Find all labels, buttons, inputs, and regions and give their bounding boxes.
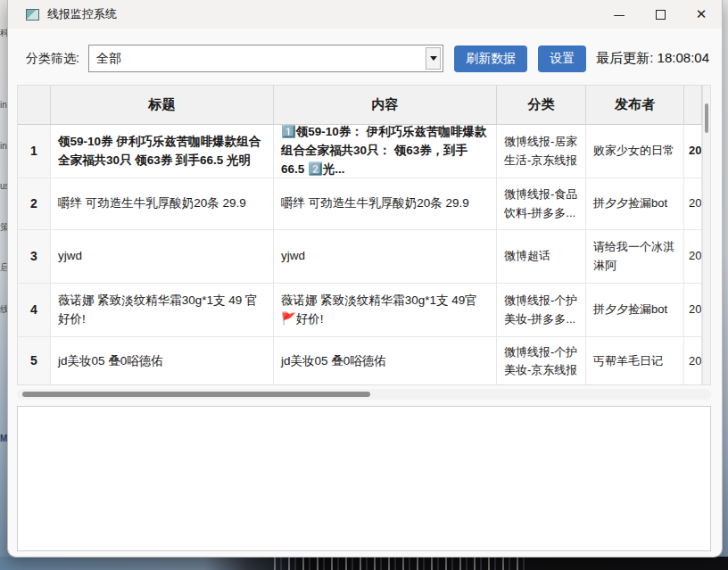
window-title: 线报监控系统	[47, 6, 117, 22]
cell-title[interactable]: 薇诺娜 紧致淡纹精华霜30g*1支 49 官好价!	[51, 284, 274, 337]
cell-date[interactable]: 202	[684, 178, 702, 230]
cell-content[interactable]: 1️⃣领59-10券： 伊利巧乐兹苦咖啡爆款组合全家福共30只： 领63券，到手…	[274, 125, 497, 178]
table-row[interactable]: 3 yjwd yjwd 微博超话 请给我一个冰淇淋阿 202	[18, 230, 702, 284]
desktop-wallpaper-strip	[0, 557, 728, 570]
cell-title[interactable]: yjwd	[51, 230, 274, 284]
app-window: 线报监控系统 — ✕ 分类筛选: 全部 刷新数据 设置 最后更新: 18:08:…	[7, 0, 723, 558]
cell-date[interactable]: 202	[684, 337, 702, 385]
vertical-scrollbar[interactable]	[702, 86, 710, 384]
column-header-date[interactable]	[684, 86, 702, 125]
minimize-button[interactable]: —	[599, 0, 640, 29]
cell-title[interactable]: 领59-10券 伊利巧乐兹苦咖啡爆款组合全家福共30只 领63券 到手66.5 …	[51, 125, 274, 178]
maximize-icon	[656, 10, 666, 20]
table-row[interactable]: 1 领59-10券 伊利巧乐兹苦咖啡爆款组合全家福共30只 领63券 到手66.…	[18, 125, 702, 178]
row-number: 5	[18, 337, 51, 385]
row-number: 4	[18, 284, 51, 337]
table-grid: 标题 内容 分类 发布者 1 领59-10券 伊利巧乐兹苦咖啡爆款组合全家福共3…	[18, 86, 702, 385]
cell-date[interactable]: 202	[684, 284, 702, 337]
cell-category[interactable]: 微博线报-个护美妆-京东线报	[497, 337, 586, 385]
cell-title[interactable]: 嚼绊 可劲造生牛乳厚酸奶20条 29.9	[51, 178, 274, 230]
row-number: 3	[18, 230, 51, 284]
close-icon: ✕	[696, 6, 707, 22]
toolbar: 分类筛选: 全部 刷新数据 设置 最后更新: 18:08:04	[26, 44, 709, 73]
category-filter-dropdown[interactable]: 全部	[88, 45, 443, 72]
minimize-icon: —	[614, 8, 625, 21]
cell-date[interactable]: 202	[684, 125, 702, 178]
maximize-button[interactable]	[640, 0, 681, 29]
table-row[interactable]: 5 jd美妆05 叠0唂德佑 jd美妆05 叠0唂德佑 微博线报-个护美妆-京东…	[18, 337, 702, 385]
column-header-content[interactable]: 内容	[274, 86, 497, 125]
cell-date[interactable]: 202	[684, 230, 702, 284]
chevron-down-icon[interactable]	[426, 47, 441, 70]
cell-content[interactable]: jd美妆05 叠0唂德佑	[274, 337, 497, 385]
horizontal-scrollbar-thumb[interactable]	[22, 392, 370, 397]
app-icon	[26, 9, 39, 21]
detail-panel[interactable]	[17, 406, 711, 551]
category-filter-label: 分类筛选:	[26, 51, 79, 67]
cell-content[interactable]: yjwd	[274, 230, 497, 284]
cell-publisher[interactable]: 请给我一个冰淇淋阿	[586, 230, 684, 284]
cell-category[interactable]: 微博线报-个护美妆-拼多多...	[497, 284, 586, 337]
column-header-number[interactable]	[18, 86, 51, 125]
table-row[interactable]: 2 嚼绊 可劲造生牛乳厚酸奶20条 29.9 嚼绊 可劲造生牛乳厚酸奶20条 2…	[18, 178, 702, 230]
category-filter-value: 全部	[89, 51, 121, 67]
wallpaper-texture	[268, 557, 526, 570]
title-bar: 线报监控系统 — ✕	[8, 0, 722, 29]
results-table: 标题 内容 分类 发布者 1 领59-10券 伊利巧乐兹苦咖啡爆款组合全家福共3…	[17, 85, 711, 385]
horizontal-scrollbar[interactable]	[17, 389, 711, 400]
refresh-data-button[interactable]: 刷新数据	[454, 45, 527, 72]
cell-category[interactable]: 微博超话	[497, 230, 586, 284]
table-header-row: 标题 内容 分类 发布者	[18, 86, 702, 125]
cell-publisher[interactable]: 拼夕夕捡漏bot	[586, 284, 684, 337]
close-button[interactable]: ✕	[681, 0, 722, 29]
cell-publisher[interactable]: 拼夕夕捡漏bot	[586, 178, 684, 230]
cell-content[interactable]: 嚼绊 可劲造生牛乳厚酸奶20条 29.9	[274, 178, 497, 230]
column-header-publisher[interactable]: 发布者	[586, 86, 684, 125]
last-update-time: 最后更新: 18:08:04	[596, 50, 709, 67]
row-number: 2	[18, 178, 51, 230]
window-controls: — ✕	[599, 0, 722, 29]
cell-category[interactable]: 微博线报-食品饮料-拼多多...	[497, 178, 586, 230]
column-header-title[interactable]: 标题	[51, 86, 274, 125]
cell-title[interactable]: jd美妆05 叠0唂德佑	[51, 337, 274, 385]
cell-publisher[interactable]: 丐帮羊毛日记	[586, 337, 684, 385]
row-number: 1	[18, 125, 51, 178]
settings-button[interactable]: 设置	[538, 45, 586, 72]
column-header-category[interactable]: 分类	[497, 86, 586, 125]
vertical-scrollbar-thumb[interactable]	[705, 103, 708, 133]
cell-publisher[interactable]: 败家少女的日常	[586, 125, 684, 178]
cell-category[interactable]: 微博线报-居家生活-京东线报	[497, 125, 586, 178]
cell-content[interactable]: 薇诺娜 紧致淡纹精华霜30g*1支 49官🚩好价!	[274, 284, 497, 337]
table-row[interactable]: 4 薇诺娜 紧致淡纹精华霜30g*1支 49 官好价! 薇诺娜 紧致淡纹精华霜3…	[18, 284, 702, 337]
